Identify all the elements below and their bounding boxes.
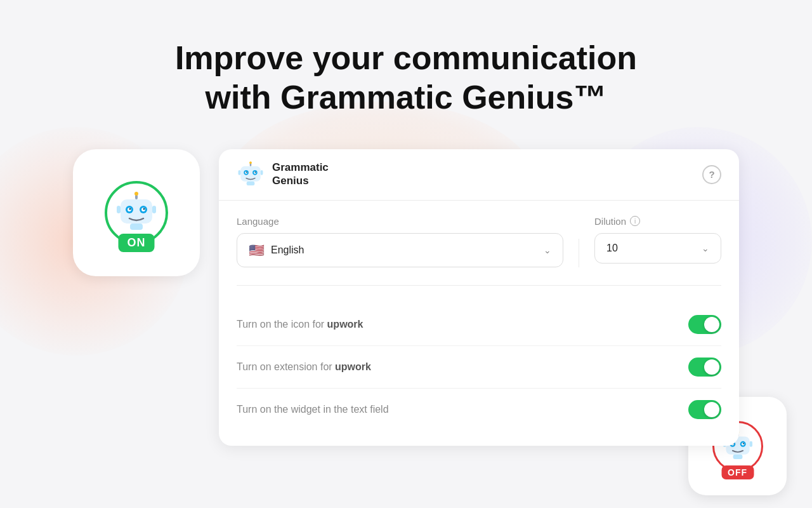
dilution-chevron-icon: ⌄ <box>702 243 709 253</box>
svg-point-20 <box>249 161 252 164</box>
toggle-label-icon: Turn on the icon for upwork <box>237 319 363 330</box>
language-label: Language <box>237 216 563 227</box>
language-select-left: 🇺🇸 English <box>249 243 304 258</box>
dilution-label: Dilution i <box>594 216 721 227</box>
on-badge: ON <box>119 234 155 252</box>
svg-point-17 <box>246 171 247 173</box>
svg-rect-23 <box>247 181 255 185</box>
dilution-select[interactable]: 10 ⌄ <box>594 233 721 264</box>
svg-rect-9 <box>117 206 121 213</box>
language-group: Language 🇺🇸 English ⌄ <box>237 216 563 267</box>
svg-rect-22 <box>261 170 263 175</box>
brand-name: Grammatic Genius <box>272 161 329 187</box>
svg-point-5 <box>129 208 131 210</box>
svg-point-8 <box>134 192 138 196</box>
language-value: English <box>271 244 304 256</box>
dilution-value: 10 <box>606 243 618 254</box>
panel-body: Language 🇺🇸 English ⌄ D <box>219 201 739 446</box>
chevron-down-icon: ⌄ <box>544 245 551 255</box>
robot-on-icon: ON <box>105 181 168 244</box>
toggle-track-2 <box>688 358 721 377</box>
robot-face-svg <box>114 190 159 235</box>
toggle-label-extension: Turn on extension for upwork <box>237 361 371 373</box>
svg-rect-10 <box>152 206 156 213</box>
help-button[interactable]: ? <box>702 165 721 184</box>
toggle-track-3 <box>688 400 721 419</box>
toggle-label-widget: Turn on the widget in the text field <box>237 404 389 415</box>
toggle-thumb-3 <box>704 402 719 417</box>
toggle-thumb <box>704 317 719 332</box>
brand-robot-icon <box>237 161 265 189</box>
svg-rect-21 <box>239 170 241 175</box>
toggle-row-widget: Turn on the widget in the text field <box>237 389 721 431</box>
svg-rect-35 <box>733 454 742 458</box>
page-title: Improve your communication with Grammati… <box>159 38 653 117</box>
select-divider <box>579 239 580 267</box>
toggle-row-extension: Turn on extension for upwork <box>237 346 721 389</box>
dilution-group: Dilution i 10 ⌄ <box>594 216 721 264</box>
on-status-card wielding: ON <box>73 149 200 276</box>
toggle-extension-switch[interactable] <box>688 358 721 377</box>
svg-point-18 <box>255 171 256 173</box>
dilution-info-icon[interactable]: i <box>630 216 640 226</box>
toggle-thumb-2 <box>704 359 719 375</box>
selects-row: Language 🇺🇸 English ⌄ D <box>237 216 721 286</box>
off-badge: OFF <box>721 465 754 479</box>
flag-icon: 🇺🇸 <box>249 243 265 258</box>
brand-area: Grammatic Genius <box>237 161 329 189</box>
panel-header: Grammatic Genius ? <box>219 149 739 201</box>
svg-rect-11 <box>130 224 143 230</box>
svg-point-6 <box>143 208 145 210</box>
toggle-row-icon: Turn on the icon for upwork <box>237 304 721 346</box>
settings-panel: Grammatic Genius ? Language 🇺🇸 <box>219 149 739 446</box>
toggle-icon-switch[interactable] <box>688 315 721 334</box>
language-select[interactable]: 🇺🇸 English ⌄ <box>237 233 563 267</box>
toggle-track <box>688 315 721 334</box>
toggle-widget-switch[interactable] <box>688 400 721 419</box>
